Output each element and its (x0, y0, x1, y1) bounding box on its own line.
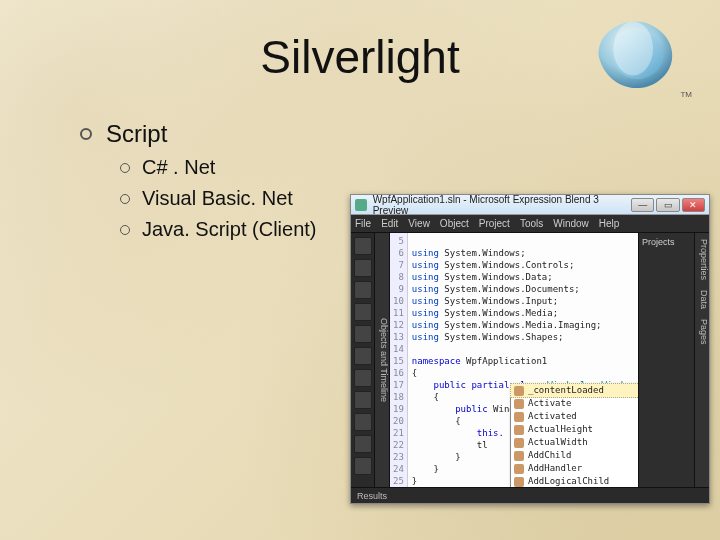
intellisense-item: Activate (511, 397, 638, 410)
tool-brush-icon[interactable] (354, 347, 372, 365)
close-button[interactable]: ✕ (682, 198, 705, 212)
tool-eyedropper-icon[interactable] (354, 325, 372, 343)
menu-project[interactable]: Project (479, 218, 510, 229)
tool-selection-icon[interactable] (354, 237, 372, 255)
intellisense-item: ActualHeight (511, 423, 638, 436)
menu-tools[interactable]: Tools (520, 218, 543, 229)
member-icon (514, 412, 524, 422)
member-icon (514, 399, 524, 409)
bullet-icon (120, 225, 130, 235)
status-bar: Results (351, 487, 709, 503)
tool-zoom-icon[interactable] (354, 303, 372, 321)
bullet-item: C# . Net (142, 156, 215, 179)
slide-title: Silverlight (0, 30, 720, 84)
menu-window[interactable]: Window (553, 218, 589, 229)
bullet-item: Java. Script (Client) (142, 218, 317, 241)
intellisense-item-selected: _contentLoaded (510, 383, 638, 398)
bullet-icon (80, 128, 92, 140)
member-icon (514, 477, 524, 487)
menu-object[interactable]: Object (440, 218, 469, 229)
status-text: Results (357, 491, 387, 501)
tool-direct-select-icon[interactable] (354, 259, 372, 277)
tool-pan-icon[interactable] (354, 281, 372, 299)
ide-window: WpfApplication1.sln - Microsoft Expressi… (350, 194, 710, 504)
right-side-tabs: Properties Data Pages (694, 233, 709, 487)
bullet-icon (120, 163, 130, 173)
window-title: WpfApplication1.sln - Microsoft Expressi… (373, 194, 629, 216)
member-icon (514, 451, 524, 461)
bullet-content: Script C# . Net Visual Basic. Net Java. … (80, 120, 317, 249)
intellisense-item: ActualWidth (511, 436, 638, 449)
intellisense-item: AddLogicalChild (511, 475, 638, 487)
tab-data[interactable]: Data (695, 290, 709, 309)
trademark-label: TM (680, 90, 692, 99)
code-editor[interactable]: 567 8910 111213 141516 171819 202122 232… (390, 233, 638, 487)
menu-help[interactable]: Help (599, 218, 620, 229)
member-icon (514, 464, 524, 474)
intellisense-item: AddHandler (511, 462, 638, 475)
menu-view[interactable]: View (408, 218, 430, 229)
tool-layout-icon[interactable] (354, 435, 372, 453)
member-icon (514, 438, 524, 448)
menu-file[interactable]: File (355, 218, 371, 229)
maximize-button[interactable]: ▭ (656, 198, 679, 212)
bullet-icon (120, 194, 130, 204)
app-icon (355, 199, 367, 211)
tool-rectangle-icon[interactable] (354, 369, 372, 387)
bullet-lvl1: Script (106, 120, 167, 148)
member-icon (514, 425, 524, 435)
minimize-button[interactable]: — (631, 198, 654, 212)
tool-pen-icon[interactable] (354, 391, 372, 409)
intellisense-item: Activated (511, 410, 638, 423)
projects-panel-title: Projects (642, 237, 691, 247)
intellisense-popup[interactable]: _contentLoaded Activate Activated Actual… (510, 383, 638, 487)
tool-asset-icon[interactable] (354, 457, 372, 475)
intellisense-item: AddChild (511, 449, 638, 462)
projects-panel: Projects (638, 233, 694, 487)
line-gutter: 567 8910 111213 141516 171819 202122 232… (390, 233, 408, 487)
bullet-item: Visual Basic. Net (142, 187, 293, 210)
toolbox (351, 233, 375, 487)
tab-pages[interactable]: Pages (695, 319, 709, 345)
menu-edit[interactable]: Edit (381, 218, 398, 229)
tool-text-icon[interactable] (354, 413, 372, 431)
member-icon (514, 386, 524, 396)
tab-properties[interactable]: Properties (695, 239, 709, 280)
menubar: File Edit View Object Project Tools Wind… (351, 215, 709, 233)
window-titlebar: WpfApplication1.sln - Microsoft Expressi… (351, 195, 709, 215)
left-panel-tab[interactable]: Objects and Timeline (375, 233, 390, 487)
